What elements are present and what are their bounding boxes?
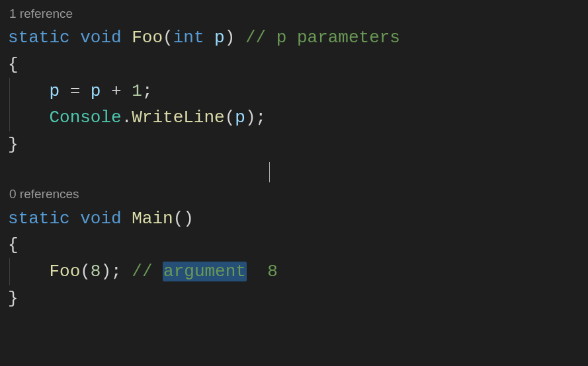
- param-name: p: [214, 28, 225, 48]
- space: [122, 262, 132, 281]
- number-literal: 1: [132, 81, 142, 101]
- brace: {: [8, 235, 19, 255]
- comment-parameters: // p parameters: [245, 28, 400, 48]
- code-editor[interactable]: 1 reference static void Foo(int p) // p …: [8, 4, 580, 312]
- brace: }: [8, 289, 19, 309]
- comment-slashes: //: [132, 262, 163, 281]
- op-equals: =: [60, 81, 91, 101]
- paren-close: ): [101, 262, 111, 281]
- method-name-foo: Foo: [132, 28, 163, 48]
- method-name-main: Main: [132, 209, 173, 229]
- blank-line[interactable]: [8, 158, 580, 184]
- selection-highlight: argument: [163, 262, 247, 281]
- paren-close: ): [245, 108, 256, 128]
- method-signature-foo[interactable]: static void Foo(int p) // p parameters: [8, 24, 580, 51]
- method-call-foo: Foo: [49, 262, 80, 281]
- paren-close: ): [225, 28, 235, 48]
- keyword-void: void: [80, 209, 121, 229]
- class-console: Console: [49, 108, 121, 128]
- dot: .: [122, 108, 132, 128]
- statement-writeline[interactable]: Console.WriteLine(p);: [8, 104, 580, 131]
- indent: [8, 81, 49, 101]
- brace: }: [8, 135, 19, 155]
- semicolon: ;: [111, 262, 122, 281]
- arg-p: p: [235, 108, 245, 128]
- brace-open-main[interactable]: {: [8, 232, 580, 258]
- keyword-static: static: [8, 28, 70, 48]
- semicolon: ;: [256, 108, 267, 128]
- paren-open: (: [225, 108, 235, 128]
- paren-open: (: [80, 262, 91, 281]
- param-type: int: [173, 28, 204, 48]
- brace: {: [8, 55, 19, 75]
- brace-close-foo[interactable]: }: [8, 131, 580, 158]
- keyword-void: void: [80, 28, 121, 48]
- op-plus: +: [101, 81, 132, 101]
- indent: [8, 262, 49, 281]
- paren-open: (: [163, 28, 173, 48]
- indent-guide: [9, 104, 10, 131]
- parens: (): [173, 209, 194, 229]
- semicolon: ;: [142, 81, 153, 101]
- statement-assignment[interactable]: p = p + 1;: [8, 78, 580, 104]
- brace-close-main[interactable]: }: [8, 285, 580, 312]
- comment-argument: // argument 8: [132, 262, 277, 281]
- variable-p: p: [91, 81, 101, 101]
- brace-open-foo[interactable]: {: [8, 52, 580, 78]
- indent: [8, 108, 49, 128]
- codelens-main[interactable]: 0 references: [9, 184, 580, 203]
- number-literal: 8: [91, 262, 101, 281]
- text-cursor-icon: [269, 162, 270, 182]
- statement-foo-call[interactable]: Foo(8); // argument 8: [8, 258, 580, 285]
- indent-guide: [9, 78, 10, 104]
- indent-guide: [9, 258, 10, 285]
- method-signature-main[interactable]: static void Main(): [8, 205, 580, 232]
- variable-p: p: [49, 81, 60, 101]
- codelens-foo[interactable]: 1 reference: [9, 4, 580, 23]
- keyword-static: static: [8, 209, 70, 229]
- comment-tail: 8: [247, 262, 278, 281]
- method-writeline: WriteLine: [132, 108, 224, 128]
